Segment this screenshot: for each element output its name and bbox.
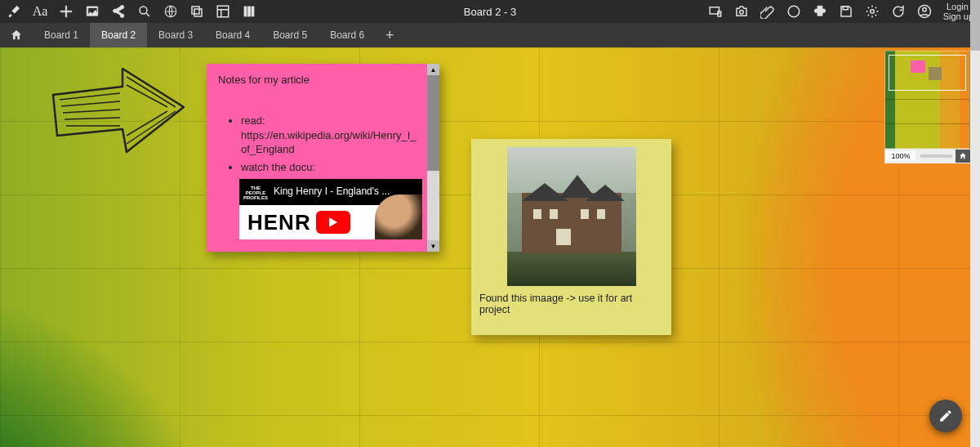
- note-pink-content: Notes for my article read: https://en.wi…: [207, 64, 427, 252]
- tab-board-4[interactable]: Board 4: [204, 23, 261, 47]
- note-pink-title: Notes for my article: [218, 74, 419, 86]
- tab-bar: Board 1 Board 2 Board 3 Board 4 Board 5 …: [0, 23, 980, 47]
- bullet-watch: watch the docu:: [241, 160, 419, 175]
- svg-rect-5: [244, 7, 247, 16]
- search-icon[interactable]: [137, 4, 152, 19]
- bullet-read: read: https://en.wikipedia.org/wiki/Henr…: [241, 114, 419, 157]
- board-title: Board 2 - 3: [464, 6, 516, 18]
- add-tab-button[interactable]: +: [376, 23, 403, 47]
- wiki-link[interactable]: https://en.wikipedia.org/wiki/Henry_I_of…: [241, 129, 416, 156]
- minimap[interactable]: 100%: [884, 51, 970, 163]
- user-icon[interactable]: [917, 4, 932, 19]
- tab-board-5[interactable]: Board 5: [261, 23, 318, 47]
- video-face: [375, 194, 422, 239]
- note-yellow-caption: Found this imaage -> use it for art proj…: [479, 293, 663, 315]
- note-yellow-image: [507, 147, 636, 286]
- save-icon[interactable]: [839, 4, 853, 19]
- tab-board-1[interactable]: Board 1: [33, 23, 90, 47]
- svg-rect-3: [194, 9, 202, 16]
- svg-rect-12: [843, 7, 848, 10]
- note-scrollbar[interactable]: ▲ ▼: [427, 64, 439, 252]
- image-icon[interactable]: [85, 4, 100, 19]
- edit-fab[interactable]: [929, 400, 962, 432]
- video-channel-badge: THE PEOPLE PROFILES: [243, 186, 268, 200]
- svg-point-10: [739, 11, 743, 15]
- scroll-thumb[interactable]: [427, 75, 439, 171]
- scroll-down-icon[interactable]: ▼: [427, 240, 439, 252]
- note-yellow[interactable]: Found this imaage -> use it for art proj…: [471, 139, 671, 335]
- web-icon[interactable]: [163, 4, 178, 19]
- auth-links[interactable]: Login / Sign up: [943, 2, 973, 21]
- play-icon[interactable]: [316, 211, 350, 234]
- svg-point-0: [140, 7, 147, 14]
- top-toolbar: Aa Board 2 - 3 Login / Sign up: [0, 0, 980, 23]
- copy-icon[interactable]: [189, 4, 204, 19]
- login-link[interactable]: Login /: [943, 2, 973, 11]
- svg-point-11: [788, 6, 800, 17]
- attachment-icon[interactable]: [760, 4, 775, 19]
- gear-icon[interactable]: [865, 4, 880, 19]
- toolbar-right: Login / Sign up: [708, 2, 980, 21]
- tab-board-6[interactable]: Board 6: [318, 23, 376, 47]
- page-scroll-thumb[interactable]: [970, 0, 980, 51]
- svg-rect-7: [252, 7, 254, 16]
- layout-icon[interactable]: [216, 4, 230, 19]
- camera-icon[interactable]: [734, 4, 749, 19]
- home-icon: [959, 152, 967, 160]
- svg-rect-4: [217, 6, 229, 17]
- minimap-yellow-note: [929, 67, 942, 80]
- device-icon[interactable]: [708, 4, 723, 19]
- signup-link[interactable]: Sign up: [943, 11, 973, 21]
- video-title: King Henry I - England's ...: [267, 179, 393, 197]
- share-icon[interactable]: [111, 4, 126, 19]
- plugin-icon[interactable]: [813, 4, 827, 19]
- text-icon[interactable]: Aa: [33, 4, 47, 19]
- page-scrollbar[interactable]: [970, 0, 980, 447]
- tab-board-2[interactable]: Board 2: [90, 23, 147, 47]
- scroll-up-icon[interactable]: ▲: [427, 64, 439, 75]
- minimap-view[interactable]: [884, 51, 970, 149]
- board-canvas[interactable]: Notes for my article read: https://en.wi…: [0, 47, 980, 447]
- toolbar-left: Aa: [0, 4, 256, 19]
- svg-rect-2: [192, 7, 199, 14]
- minimap-controls: 100%: [884, 149, 970, 163]
- pencil-icon: [938, 409, 953, 423]
- svg-point-13: [870, 10, 874, 14]
- note-pink[interactable]: Notes for my article read: https://en.wi…: [207, 64, 439, 252]
- svg-point-15: [922, 8, 926, 12]
- video-embed[interactable]: THE PEOPLE PROFILES King Henry I - Engla…: [239, 179, 422, 239]
- add-note-icon[interactable]: [59, 4, 74, 19]
- zoom-level[interactable]: 100%: [886, 151, 915, 161]
- refresh-icon[interactable]: [891, 4, 906, 19]
- minimap-home-button[interactable]: [956, 150, 970, 163]
- zoom-slider[interactable]: [920, 154, 952, 158]
- scroll-track[interactable]: [427, 75, 439, 240]
- columns-icon[interactable]: [242, 4, 256, 19]
- minimap-pink-note: [911, 60, 925, 73]
- svg-rect-6: [248, 7, 251, 16]
- brush-icon[interactable]: [7, 4, 21, 19]
- home-button[interactable]: [0, 23, 33, 47]
- tab-board-3[interactable]: Board 3: [147, 23, 204, 47]
- chat-icon[interactable]: [786, 4, 801, 19]
- minimap-viewport[interactable]: [889, 55, 966, 91]
